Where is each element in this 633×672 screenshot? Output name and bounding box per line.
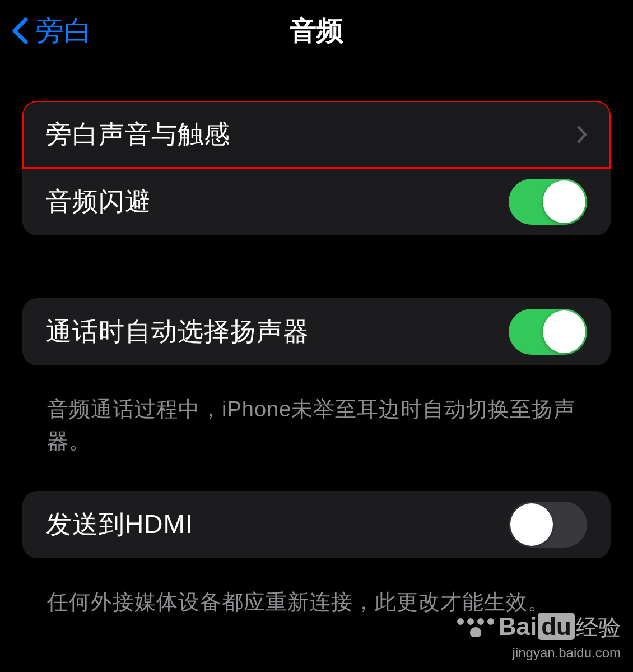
settings-group-1: 旁白声音与触感 音频闪避: [22, 101, 611, 235]
toggle-auto-select-speaker[interactable]: [509, 309, 587, 355]
watermark-url: jingyan.baidu.com: [457, 645, 621, 661]
row-audio-ducking: 音频闪避: [22, 168, 611, 235]
toggle-audio-ducking[interactable]: [509, 179, 587, 225]
row-label: 发送到HDMI: [46, 507, 193, 542]
chevron-left-icon: [11, 17, 28, 44]
footer-auto-speaker: 音频通话过程中，iPhone未举至耳边时自动切换至扬声器。: [22, 382, 611, 491]
toggle-knob: [510, 503, 553, 546]
row-label: 旁白声音与触感: [46, 117, 230, 152]
paw-icon: [457, 618, 494, 637]
row-label: 音频闪避: [46, 184, 151, 219]
settings-group-2: 通话时自动选择扬声器: [22, 298, 611, 365]
row-auto-select-speaker: 通话时自动选择扬声器: [22, 298, 611, 365]
chevron-right-icon: [577, 126, 587, 143]
back-label: 旁白: [36, 12, 92, 50]
settings-group-3: 发送到HDMI: [22, 491, 611, 558]
nav-header: 旁白 音频: [0, 0, 633, 62]
row-send-to-hdmi: 发送到HDMI: [22, 491, 611, 558]
toggle-send-to-hdmi[interactable]: [509, 502, 587, 548]
watermark-logo: Baidu经验: [499, 612, 621, 643]
page-title: 音频: [0, 13, 633, 49]
back-button[interactable]: 旁白: [11, 12, 92, 50]
row-voiceover-sounds-haptics[interactable]: 旁白声音与触感: [22, 101, 611, 168]
toggle-knob: [543, 310, 585, 353]
toggle-knob: [543, 180, 585, 223]
watermark: Baidu经验 jingyan.baidu.com: [457, 612, 621, 661]
row-label: 通话时自动选择扬声器: [46, 314, 309, 349]
